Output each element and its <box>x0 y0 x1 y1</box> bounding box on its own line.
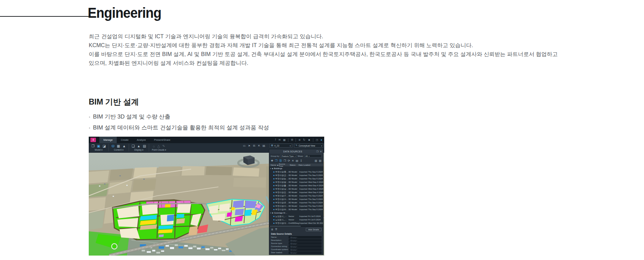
data-sources-panel: DATA SOURCES ❐ ✕ Group by: Feature Type … <box>269 149 324 255</box>
configure-source-icon[interactable]: ▥ <box>315 159 317 162</box>
apps-icon[interactable]: ▦ <box>283 137 286 143</box>
display-table-icon[interactable]: ▤ <box>143 144 146 148</box>
ribbon-group-label[interactable]: Display ▾ <box>134 149 143 151</box>
storyboard-tool-icon[interactable]: ▤, <box>262 144 266 147</box>
buildings-content-icon[interactable]: ▦ <box>117 144 120 148</box>
table-row[interactable]: ■부천대장(유치원)3D ModelImportedThu Sep 5 2024 <box>269 201 323 204</box>
tab-create[interactable]: Create <box>117 137 133 143</box>
table-row[interactable]: ■부천대장(대로) - CORRIDO...Civil3DDwgImported… <box>269 221 323 225</box>
detail-field-input[interactable]: <Empty> <box>289 239 321 242</box>
sync-icon[interactable]: ↻ <box>303 137 305 143</box>
title-rule <box>0 16 89 17</box>
user-icon[interactable]: ☻ <box>308 137 311 143</box>
point-cloud-model-icon[interactable]: ⌂ <box>153 144 155 148</box>
tab-manage[interactable]: Manage <box>99 137 117 143</box>
collapse-all-icon[interactable]: ⇊ <box>271 228 273 231</box>
infraworks-logo[interactable]: I <box>90 138 96 142</box>
ribbon-group-label[interactable]: Content ▾ <box>114 149 124 151</box>
row-source-type: 3D Model <box>288 195 299 197</box>
group-row-coverage-areas[interactable]: ▾■Coverage Areas <box>269 211 323 215</box>
float-panel-icon[interactable]: ❐ <box>316 150 318 153</box>
globe-icon[interactable]: ⊕ <box>298 137 301 143</box>
row-name-text: 부천대장(오수_통합) <box>275 191 288 194</box>
terrain-content-icon[interactable]: ▲ <box>123 144 126 148</box>
add-database-icon[interactable]: ❐ <box>275 159 277 162</box>
import-source-icon[interactable]: ↧ <box>300 159 302 162</box>
row-date-loaded: Thu Sep 5 2024 <box>308 174 323 176</box>
stylize-source-icon[interactable]: ▧ <box>319 159 321 162</box>
table-row[interactable]: ■부천대장(울타리)3D ModelImportedWed Sep 4 2024 <box>269 184 323 187</box>
show-value: All <box>305 155 308 157</box>
dropdown-indicator: , <box>260 145 260 147</box>
feedback-icon[interactable]: ✉ <box>278 137 281 143</box>
measure-tool-icon[interactable]: ⊟, <box>253 144 256 147</box>
model-icon: ■ <box>273 181 275 183</box>
share-icon[interactable]: ⤴ <box>275 137 276 143</box>
table-row[interactable]: ■부천대장(지장)3D ModelImportedThu Sep 5 2024 <box>269 204 323 208</box>
table-row[interactable]: ■부천대장(자전거)3D ModelImportedThu Sep 5 2024 <box>269 197 323 201</box>
group-row-buildings[interactable]: ▾■Buildings <box>269 167 323 170</box>
twisty-icon[interactable]: ▾ <box>269 212 272 214</box>
bookmark-icon: ▤ <box>271 144 273 147</box>
table-row[interactable]: ■노면표시_중심VectorImportedFri Jul 5 2024 <box>269 218 323 221</box>
delete-tool-icon[interactable]: ✕, <box>258 144 260 147</box>
table-row[interactable]: ■부천대장(오수_통합)3D ModelImportedWed Sep 4 20… <box>269 191 323 194</box>
model-icon: ■ <box>273 184 275 187</box>
row-status: Imported <box>299 184 308 187</box>
point-cloud-edit-icon[interactable]: ✎ <box>162 144 165 148</box>
settings-icon[interactable]: ⚙ <box>291 137 293 143</box>
close-panel-icon[interactable]: ✕ <box>320 150 322 153</box>
ribbon-group-label[interactable]: Model ▾ <box>95 149 103 151</box>
hide-details-button[interactable]: Hide Details <box>306 228 321 231</box>
avatar-icon[interactable]: ● <box>320 137 322 143</box>
layers-icon[interactable]: ❏ <box>132 144 135 148</box>
table-row[interactable]: ■부천대장(농수관로)3D ModelImportedThu Sep 5 202… <box>269 177 323 180</box>
data-sources-icon[interactable]: ⛁ <box>112 144 114 148</box>
source-report-icon[interactable]: ▤ <box>296 159 298 162</box>
select-tool-icon[interactable]: ➤, <box>248 144 251 147</box>
surface-layers-icon[interactable]: ▲ <box>137 144 141 148</box>
detail-field-input[interactable]: <Empty> <box>289 236 321 238</box>
tab-present-share[interactable]: Present/Share <box>150 137 174 143</box>
table-row[interactable]: ■부천대장(방음벽)3D ModelImportedWed Sep 4 2024 <box>269 180 323 184</box>
view-style-dropdown[interactable]: ✎ Conceptual View ▾ <box>294 143 324 148</box>
ribbon-group-point-clouds: ⌂△✎Point Clouds ▾ <box>149 143 169 152</box>
add-file-data-icon[interactable]: ✚ <box>271 159 273 162</box>
ribbon-group-label[interactable]: Point Clouds ▾ <box>152 149 166 151</box>
horizontal-scrollbar[interactable] <box>269 225 323 227</box>
table-row[interactable]: ■부천대장(하천유지용수)3D ModelImportedThu Sep 5 2… <box>269 208 323 211</box>
tab-analyze[interactable]: Analyze <box>133 137 150 143</box>
column-header-source-type[interactable]: Source Type <box>279 163 290 167</box>
refresh-source-icon[interactable]: ⟳ <box>288 159 290 162</box>
model-display-icon[interactable]: ▣ <box>97 144 100 148</box>
detail-field-input[interactable]: <Empty> <box>289 248 321 251</box>
clock-icon[interactable]: ◷ <box>316 137 318 143</box>
table-row[interactable]: ■부천대장(상수_통합)3D ModelImportedWed Sep 4 20… <box>269 187 323 191</box>
detail-field-input[interactable]: <Empty> <box>289 245 321 248</box>
duplicate-source-icon[interactable]: ❒ <box>284 159 286 162</box>
column-header-date-loaded[interactable]: Date Loaded <box>299 164 314 166</box>
expand-all-icon[interactable]: ⇈ <box>275 228 277 231</box>
table-row[interactable]: ■노면표시_경계VectorImportedFri Jul 5 2024 <box>269 215 323 218</box>
group-by-select[interactable]: Feature Type ▾ <box>281 154 297 158</box>
add-autodesk-icon[interactable]: ⓐ <box>279 159 282 163</box>
detail-field-input[interactable]: <Empty> <box>289 251 321 254</box>
detail-field-input[interactable]: <Empty> <box>289 242 321 245</box>
column-header-name[interactable]: Name ▲ <box>269 164 279 166</box>
display-settings-tool-icon[interactable]: ▭, <box>243 144 246 147</box>
column-header-status[interactable]: Status <box>290 164 299 166</box>
row-status: Imported <box>299 222 308 224</box>
bullet-dot: · <box>89 125 91 131</box>
point-cloud-terrain-icon[interactable]: △ <box>157 144 160 148</box>
bookmark-dropdown[interactable]: ▤ 4_23 ▾ <box>270 143 292 148</box>
group-label: Buildings <box>274 167 282 169</box>
remove-source-icon[interactable]: ✕ <box>292 159 294 162</box>
table-row[interactable]: ■부천대장(교량)3D ModelImportedThu Sep 5 2024 <box>269 174 323 177</box>
table-row[interactable]: ■부천대장(환경남수처리설...3D ModelImportedThu Sep … <box>269 170 323 174</box>
model-properties-icon[interactable]: ❐ <box>91 144 95 148</box>
table-row[interactable]: ■부천대장(우수_통합)3D ModelImportedThu Sep 5 20… <box>269 194 323 197</box>
show-select[interactable]: All ▾ <box>304 154 322 158</box>
bullet-item: ·BIM 설계 데이터와 스마트 건설기술을 활용한 최적의 설계 성과품 작성 <box>89 122 269 133</box>
model-edit-icon[interactable]: ◪ <box>102 144 105 148</box>
twisty-icon[interactable]: ▾ <box>269 167 272 169</box>
